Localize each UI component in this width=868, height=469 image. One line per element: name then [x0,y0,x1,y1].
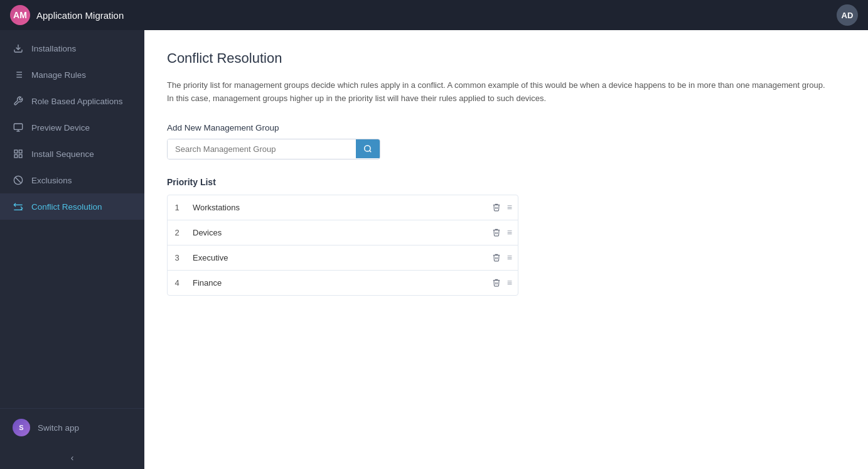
svg-line-15 [15,177,21,183]
delete-button[interactable] [488,276,505,289]
sidebar-item-installations[interactable]: Installations [0,35,144,62]
search-container [167,139,380,159]
svg-point-16 [365,146,370,151]
sidebar-item-installations-label: Installations [31,44,76,53]
svg-rect-10 [14,150,18,153]
table-row: 3 Executive ≡ [167,245,518,271]
app-icon: AM [10,5,30,25]
sidebar-item-install-sequence-label: Install Sequence [31,149,94,159]
grid-icon [13,148,24,159]
priority-number: 4 [168,271,186,295]
switch-app-item[interactable]: S Switch app [13,419,132,436]
sidebar: Installations Manage Rules Role Bas [0,30,144,469]
priority-row-actions: ≡ [483,276,518,289]
switch-app-icon: S [13,419,30,436]
drag-handle[interactable]: ≡ [507,227,513,237]
sidebar-item-conflict-resolution-label: Conflict Resolution [31,202,102,212]
add-section-label: Add New Management Group [167,123,845,132]
svg-rect-7 [14,124,22,129]
sidebar-footer: S Switch app [0,408,144,446]
table-row: 1 Workstations ≡ [167,195,518,220]
sidebar-item-exclusions-label: Exclusions [31,176,72,185]
priority-list: 1 Workstations ≡ 2 Devices [167,195,518,296]
search-management-group-input[interactable] [168,139,356,159]
conflict-icon [13,201,24,212]
priority-item-name: Executive [186,245,483,270]
priority-list-title: Priority List [167,177,845,187]
sidebar-collapse-button[interactable]: ‹ [0,446,144,469]
sidebar-item-preview-device-label: Preview Device [31,123,90,132]
monitor-icon [13,122,24,133]
sidebar-item-conflict-resolution[interactable]: Conflict Resolution [0,193,144,220]
delete-button[interactable] [488,200,505,214]
list-icon [13,69,24,80]
sidebar-nav: Installations Manage Rules Role Bas [0,30,144,408]
delete-button[interactable] [488,251,505,264]
priority-item-name: Workstations [186,195,483,220]
block-icon [13,175,24,186]
drag-handle[interactable]: ≡ [507,278,513,288]
priority-number: 2 [168,220,186,245]
svg-rect-12 [19,154,22,158]
sidebar-item-install-sequence[interactable]: Install Sequence [0,141,144,167]
delete-button[interactable] [488,225,505,239]
svg-rect-13 [14,154,18,158]
topbar-left: AM Application Migration [10,5,124,25]
content-area: Conflict Resolution The priority list fo… [144,30,868,469]
description-text: The priority list for management groups … [167,79,826,105]
sidebar-item-role-based-applications-label: Role Based Applications [31,97,123,106]
wrench-icon [13,95,24,107]
drag-handle[interactable]: ≡ [507,252,513,262]
sidebar-item-manage-rules[interactable]: Manage Rules [0,62,144,88]
priority-row-actions: ≡ [483,225,518,239]
priority-row-actions: ≡ [483,251,518,264]
table-row: 2 Devices ≡ [167,220,518,245]
svg-rect-11 [19,150,22,153]
search-button[interactable] [356,139,380,158]
sidebar-item-exclusions[interactable]: Exclusions [0,167,144,193]
topbar: AM Application Migration AD [0,0,868,30]
priority-number: 3 [168,245,186,270]
drag-handle[interactable]: ≡ [507,202,513,212]
app-title: Application Migration [36,10,124,21]
priority-row-actions: ≡ [483,200,518,214]
page-title: Conflict Resolution [167,50,845,67]
sidebar-item-preview-device[interactable]: Preview Device [0,114,144,141]
sidebar-item-manage-rules-label: Manage Rules [31,70,86,80]
table-row: 4 Finance ≡ [167,270,518,296]
download-icon [13,43,24,54]
priority-number: 1 [168,195,186,220]
switch-app-label: Switch app [38,423,79,433]
user-avatar[interactable]: AD [837,4,858,26]
priority-item-name: Finance [186,271,483,295]
svg-line-17 [370,151,372,153]
main-layout: Installations Manage Rules Role Bas [0,30,868,469]
sidebar-item-role-based-applications[interactable]: Role Based Applications [0,88,144,114]
priority-item-name: Devices [186,220,483,245]
